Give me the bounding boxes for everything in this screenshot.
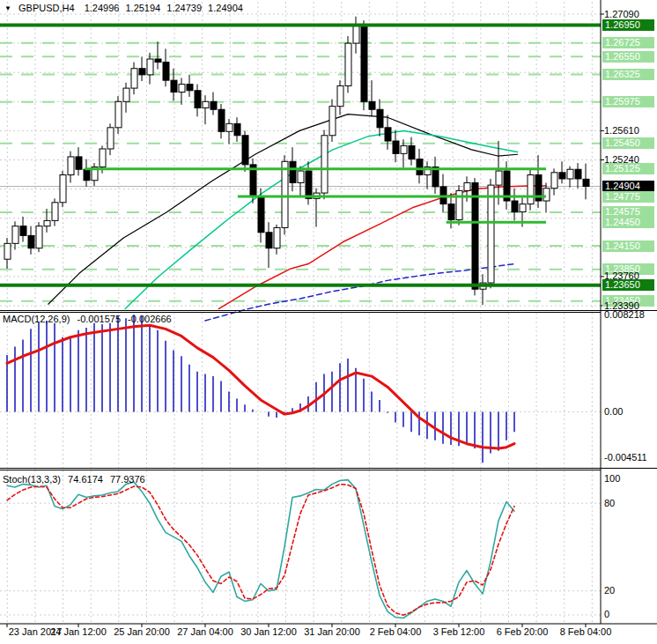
macd-scale-label: -0.004511	[604, 452, 647, 463]
stoch-d-value: 77.9376	[110, 474, 145, 485]
level-price-label: 1.25125	[602, 163, 654, 174]
trading-chart-window: { "header": { "dropdown_glyph": "▼", "sy…	[0, 0, 657, 644]
stoch-panel-area[interactable]	[0, 470, 601, 623]
time-axis-label: 25 Jan 20:00	[108, 626, 175, 638]
time-axis-label: 3 Feb 12:00	[425, 626, 492, 638]
price-label: 1.25610	[604, 125, 639, 137]
high-value: 1.25194	[125, 3, 160, 13]
ohlc-header: ▼ GBPUSD,H4 1.24996 1.25194 1.24739 1.24…	[4, 3, 243, 13]
open-value: 1.24996	[85, 3, 120, 13]
level-price-label: 1.25975	[602, 96, 654, 107]
symbol-dropdown-icon[interactable]: ▼	[4, 4, 11, 12]
stoch-scale-label: 0	[604, 609, 609, 620]
level-price-label: 1.26950	[602, 19, 654, 31]
macd-scale-label: 0.008218	[604, 309, 645, 321]
macd-scale-label: 0.00	[604, 406, 623, 418]
level-price-label: 1.26325	[602, 69, 654, 80]
macd-panel-area[interactable]	[0, 313, 601, 468]
level-price-label: 1.26725	[602, 37, 654, 48]
time-axis-label: 8 Feb 04:00	[552, 626, 619, 638]
level-price-label: 1.24775	[602, 191, 654, 203]
macd-title: MACD(12,26,9)	[3, 314, 70, 324]
macd-header: MACD(12,26,9) -0.001575 -0.002666	[3, 314, 172, 324]
level-price-label: 1.23650	[602, 279, 654, 291]
symbol-period-label: GBPUSD,H4	[18, 3, 75, 13]
time-axis-label: 24 Jan 12:00	[45, 626, 112, 638]
time-axis-label: 30 Jan 12:00	[235, 626, 302, 638]
stoch-k-value: 74.6174	[68, 474, 103, 485]
macd-main-value: -0.001575	[77, 314, 121, 324]
time-axis-label: 2 Feb 04:00	[362, 626, 429, 638]
low-value: 1.24739	[166, 3, 202, 13]
stoch-header: Stoch(13,3,3) 74.6174 77.9376	[3, 474, 145, 485]
main-chart-area[interactable]	[0, 0, 601, 310]
level-price-label: 1.25450	[602, 137, 654, 149]
stoch-panel-separator[interactable]	[0, 468, 657, 470]
stoch-scale-label: 20	[604, 585, 615, 596]
time-axis-label: 27 Jan 04:00	[172, 626, 239, 638]
stoch-scale-label: 80	[604, 498, 615, 509]
macd-panel-separator[interactable]	[0, 310, 657, 313]
time-axis-label: 31 Jan 20:00	[299, 626, 365, 638]
macd-signal-value: -0.002666	[128, 314, 172, 324]
level-price-label: 1.26550	[602, 51, 654, 63]
level-price-label: 1.24150	[602, 241, 654, 252]
stoch-scale-label: 100	[604, 473, 620, 485]
level-price-label: 1.24450	[602, 217, 654, 228]
time-axis-label: 6 Feb 20:00	[489, 626, 556, 638]
stoch-title: Stoch(13,3,3)	[3, 474, 61, 485]
close-value: 1.24904	[208, 3, 243, 13]
